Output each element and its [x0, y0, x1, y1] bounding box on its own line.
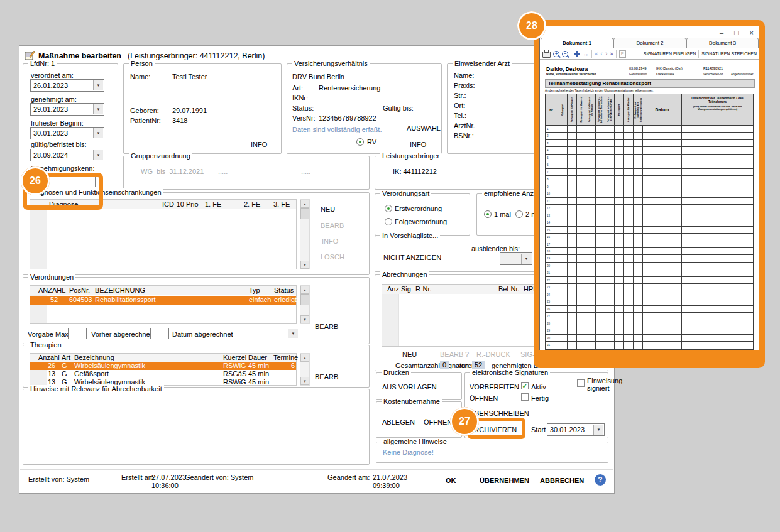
verordnungen-scrollbar[interactable]: ▲ ▼ — [300, 285, 310, 324]
dropdown-arrow-icon[interactable]: ▼ — [593, 425, 603, 435]
therapien-list[interactable]: Anzahl Art Bezeichnung Kuerzel Dauer Ter… — [30, 353, 297, 386]
genehmigt-am-field[interactable]: 29.01.2023 ▼ — [30, 103, 104, 116]
vorgabe-max-input[interactable] — [68, 328, 87, 339]
abrechnung-rdruck-button[interactable]: R.-DRUCK — [476, 350, 510, 358]
fertig-checkbox[interactable] — [521, 393, 529, 401]
abrechnung-bearb-button[interactable]: BEARB — [440, 350, 463, 358]
therapien-scrollbar[interactable]: ▲ ▼ — [300, 353, 310, 386]
therapie-row[interactable]: 13 G Gefäßsport RSGäS 45 min — [30, 370, 296, 378]
einweisung-checkbox[interactable] — [577, 379, 585, 387]
uebernehmen-button[interactable]: ÜBERNEHMEN — [480, 477, 529, 484]
therapien-bearb-button[interactable]: BEARB — [315, 373, 338, 381]
kosten-oeffnen-button[interactable]: ÖFFNEN — [424, 418, 452, 426]
dropdown-arrow-icon[interactable]: ▼ — [288, 329, 298, 338]
verordnung-row-selected[interactable]: 52 604503 Rehabilitationssport einfach e… — [30, 296, 296, 305]
signaturen-einfuegen-button[interactable]: SIGNATUREN EINFÜGEN — [644, 52, 696, 56]
abrechnung-neu-button[interactable]: NEU — [402, 350, 417, 358]
diagnosen-neu-button[interactable]: NEU — [321, 205, 335, 213]
scroll-down-button[interactable]: ▼ — [300, 261, 309, 269]
fit-width-icon[interactable]: ↔ — [583, 50, 589, 57]
verordnet-am-field[interactable]: 26.01.2023 ▼ — [30, 79, 104, 92]
dropdown-arrow-icon[interactable]: ▼ — [93, 128, 103, 138]
diagnosen-loesch-button[interactable]: LÖSCH — [321, 253, 344, 261]
empty-signature-cell — [568, 219, 577, 226]
diagnosen-info-button[interactable]: INFO — [322, 237, 338, 245]
zoom-out-icon[interactable]: − — [562, 51, 568, 57]
empty-signature-cell — [682, 169, 753, 176]
diagnosen-scrollbar[interactable]: ▲ ▼ — [300, 199, 310, 269]
dropdown-arrow-icon[interactable]: ▼ — [93, 104, 103, 114]
birth-date: 03.08.1949 — [629, 67, 647, 70]
auswahl-button[interactable]: AUSWAHL — [407, 124, 441, 132]
datum-abgerechnet-field[interactable]: ▼ — [233, 328, 299, 339]
diagnosen-bearb-button[interactable]: BEARB — [321, 222, 344, 229]
dropdown-arrow-icon[interactable]: ▼ — [93, 150, 103, 160]
versicherung-info-button[interactable]: INFO — [410, 141, 426, 148]
start-date-field[interactable]: 30.01.2023 ▼ — [547, 423, 605, 436]
aktiv-checkbox[interactable]: ✓ — [521, 382, 529, 389]
empty-signature-cell — [624, 133, 634, 139]
folgeverordnung-radio[interactable] — [385, 218, 392, 225]
ablegen-button[interactable]: ABLEGEN — [382, 418, 415, 426]
ausblenden-bis-field[interactable]: ▼ — [500, 252, 532, 265]
empty-signature-cell — [634, 205, 643, 212]
verordnungen-bearb-button[interactable]: BEARB — [315, 323, 338, 330]
ueberschreiben-button[interactable]: ÜBERSCHREIBEN — [470, 410, 529, 417]
scroll-thumb[interactable] — [300, 208, 309, 219]
empty-signature-cell — [558, 241, 568, 248]
nicht-anzeigen-button[interactable]: NICHT ANZEIGEN — [383, 254, 441, 261]
tab-dokument-2[interactable]: Dokument 2 — [613, 38, 686, 48]
next-page-icon[interactable]: › — [605, 50, 607, 57]
rotated-column-header: Rehasport für Kinder — [568, 94, 577, 126]
formular-icon[interactable]: F — [619, 50, 626, 58]
signaturen-streichen-button[interactable]: SIGNATUREN STREICHEN — [701, 52, 757, 56]
vorbereiten-button[interactable]: VORBEREITEN — [470, 383, 519, 391]
scroll-up-button[interactable]: ▲ — [300, 286, 309, 294]
group-verordnungsart-title: Verordnungsart — [380, 190, 431, 197]
abrechnung-frage-button[interactable]: ? — [465, 350, 469, 358]
empty-signature-cell — [624, 140, 634, 147]
zoom-in-icon[interactable]: + — [553, 51, 559, 57]
maximize-icon[interactable]: □ — [734, 29, 739, 36]
minimize-icon[interactable]: – — [720, 29, 723, 36]
empty-signature-cell — [682, 155, 753, 161]
rotated-column-header: Herzsport — [615, 94, 624, 126]
rv-radio[interactable] — [356, 138, 364, 146]
scroll-thumb[interactable] — [300, 294, 309, 305]
col-anzahl: ANZAHL — [38, 286, 65, 294]
scroll-down-button[interactable]: ▼ — [300, 377, 309, 385]
scroll-up-button[interactable]: ▲ — [300, 354, 309, 362]
scroll-up-button[interactable]: ▲ — [300, 200, 309, 208]
vorher-abgerechnet-input[interactable] — [150, 328, 169, 339]
verordnungen-list[interactable]: ANZAHL PosNr. BEZEICHNUNG Typ Status 52 … — [30, 285, 297, 324]
empty-signature-cell — [558, 263, 568, 269]
first-page-icon[interactable]: « — [595, 50, 598, 57]
esign-oeffnen-button[interactable]: ÖFFNEN — [470, 394, 498, 402]
einmal-radio[interactable] — [484, 210, 492, 218]
therapie-row-selected[interactable]: 26 G Wirbelsäulengymnastik RSWiG 45 min … — [30, 362, 296, 370]
dropdown-arrow-icon[interactable]: ▼ — [93, 80, 103, 90]
tab-dokument-3[interactable]: Dokument 3 — [686, 38, 759, 48]
last-page-icon[interactable]: » — [610, 50, 613, 57]
print-icon[interactable] — [542, 52, 551, 58]
tab-dokument-1[interactable]: Dokument 1 — [541, 38, 613, 48]
abbrechen-button[interactable]: ABBRECHEN — [540, 477, 584, 484]
zweimal-radio[interactable] — [515, 210, 523, 218]
empty-signature-cell — [615, 147, 624, 154]
arzt-ort-label: Ort: — [454, 102, 465, 109]
help-icon[interactable]: ? — [595, 474, 606, 486]
erstverordnung-radio[interactable] — [385, 205, 392, 212]
dropdown-arrow-icon[interactable]: ▼ — [521, 254, 531, 264]
scroll-down-button[interactable]: ▼ — [300, 315, 309, 323]
ok-button[interactable]: OK — [446, 477, 456, 484]
close-icon[interactable]: × — [750, 29, 754, 36]
empty-signature-cell — [624, 277, 634, 284]
empty-signature-cell — [558, 205, 568, 212]
pan-icon[interactable] — [574, 51, 580, 57]
fruehester-beginn-field[interactable]: 30.01.2023 ▼ — [30, 127, 104, 139]
aktiv-label: Aktiv — [531, 383, 546, 391]
prev-page-icon[interactable]: ‹ — [601, 50, 603, 57]
gueltig-bis-field[interactable]: 28.09.2024 ▼ — [30, 149, 104, 161]
person-info-button[interactable]: INFO — [251, 141, 267, 148]
aus-vorlagen-button[interactable]: AUS VORLAGEN — [382, 383, 437, 391]
